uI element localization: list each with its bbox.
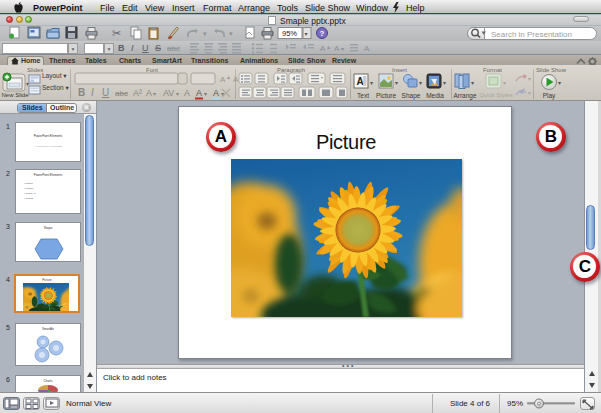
svg-text:▾: ▾ bbox=[176, 91, 179, 97]
svg-text:▾: ▾ bbox=[229, 30, 233, 37]
svg-text:U: U bbox=[102, 87, 109, 98]
svg-text:U: U bbox=[142, 43, 149, 53]
svg-text:▾: ▾ bbox=[395, 80, 398, 86]
svg-text:AV: AV bbox=[163, 88, 174, 98]
svg-text:A: A bbox=[213, 88, 219, 98]
svg-text:✂: ✂ bbox=[112, 27, 121, 39]
svg-text:▾: ▾ bbox=[558, 80, 561, 86]
svg-text:A: A bbox=[357, 76, 364, 87]
svg-text:▾: ▾ bbox=[443, 80, 446, 86]
svg-text:▾: ▾ bbox=[204, 91, 207, 97]
svg-text:A: A bbox=[334, 44, 340, 53]
svg-text:A²: A² bbox=[133, 88, 142, 98]
svg-text:S: S bbox=[155, 43, 161, 53]
svg-text:▾: ▾ bbox=[471, 80, 474, 86]
svg-text:▾: ▾ bbox=[419, 80, 422, 86]
svg-text:▾: ▾ bbox=[503, 80, 506, 86]
svg-text:A: A bbox=[184, 88, 190, 98]
svg-text:A: A bbox=[146, 88, 152, 98]
svg-text:abc: abc bbox=[167, 44, 180, 53]
svg-text:95%: 95% bbox=[282, 29, 297, 38]
svg-text:I: I bbox=[131, 43, 134, 53]
svg-text:▾: ▾ bbox=[153, 91, 156, 97]
svg-text:abc: abc bbox=[115, 89, 128, 98]
svg-text:▾: ▾ bbox=[370, 80, 373, 86]
svg-text:▾: ▾ bbox=[528, 90, 531, 96]
svg-text:▾: ▾ bbox=[341, 46, 344, 52]
svg-text:A: A bbox=[196, 88, 202, 98]
svg-text:A: A bbox=[233, 75, 239, 84]
svg-text:▴: ▴ bbox=[327, 44, 330, 50]
svg-text:▾: ▾ bbox=[305, 31, 308, 37]
svg-text:A: A bbox=[364, 44, 370, 53]
svg-text:?: ? bbox=[320, 29, 325, 38]
svg-text:A: A bbox=[220, 75, 226, 84]
svg-text:B: B bbox=[118, 43, 125, 53]
svg-text:I: I bbox=[91, 87, 94, 98]
svg-text:B: B bbox=[78, 87, 85, 98]
svg-text:▴: ▴ bbox=[227, 74, 230, 80]
svg-text:▾: ▾ bbox=[203, 30, 207, 37]
svg-text:A: A bbox=[320, 44, 326, 53]
svg-text:▾: ▾ bbox=[221, 91, 224, 97]
svg-text:▾: ▾ bbox=[528, 76, 531, 82]
